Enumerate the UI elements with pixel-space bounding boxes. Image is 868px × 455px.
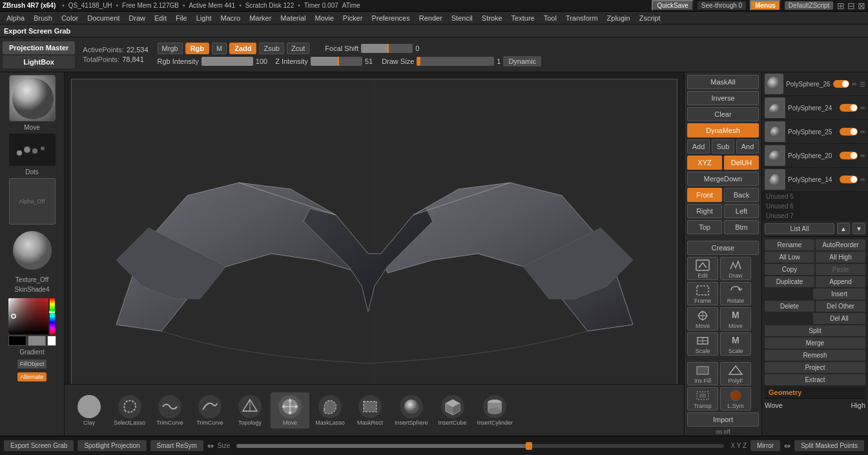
subtool-polysphere25[interactable]: PolySphere_25 ✏ (762, 120, 868, 144)
color-picker-area[interactable] (8, 298, 56, 346)
draw-size-slider[interactable] (417, 57, 494, 66)
btm-button[interactable]: Btm (724, 220, 759, 234)
and-button[interactable]: And (736, 139, 759, 154)
fill-object-button[interactable]: FillObject (17, 359, 47, 369)
m-button[interactable]: M (212, 43, 227, 54)
crease-button[interactable]: Crease (687, 241, 759, 255)
subtool-polysphere26[interactable]: PolySphere_26 ✏ ☰ (762, 72, 868, 96)
menu-zplugin[interactable]: Zplugin (603, 13, 634, 23)
tool-select-lasso[interactable]: SelectLasso (110, 392, 149, 429)
canvas-viewport[interactable] (71, 79, 677, 403)
quicksave-button[interactable]: QuickSave (652, 0, 693, 11)
menu-alpha[interactable]: Alpha (3, 13, 28, 23)
white-swatch[interactable] (47, 336, 56, 346)
smart-resym-button[interactable]: Smart ReSym (150, 440, 203, 451)
paste-button[interactable]: Paste (816, 264, 865, 275)
mirror-button[interactable]: Mirror (750, 440, 780, 451)
add-button[interactable]: Add (687, 139, 710, 154)
inverse-button[interactable]: Inverse (687, 91, 759, 105)
auto-reorder-button[interactable]: AutoReorder (816, 239, 865, 250)
tool-trim-curve2[interactable]: TrimCurve (191, 392, 229, 429)
subtool-toggle-24[interactable] (840, 104, 858, 112)
tool-topology[interactable]: Topology (231, 392, 269, 429)
lightbox-button[interactable]: LightBox (3, 56, 75, 68)
alpha-preview[interactable]: Alpha_Off (9, 178, 56, 225)
left-button[interactable]: Left (724, 204, 759, 218)
tool-clay[interactable]: Clay (70, 392, 108, 429)
delete-button[interactable]: Delete (765, 301, 814, 312)
spotlight-button[interactable]: Spotlight Projection (78, 440, 146, 451)
del-all-button[interactable]: Del All (813, 313, 865, 324)
subtool-toggle-25[interactable] (840, 128, 858, 136)
menu-render[interactable]: Render (415, 13, 446, 23)
import-button[interactable]: Import (687, 412, 759, 427)
dyna-mesh-button[interactable]: DynaMesh (687, 123, 759, 137)
foreground-color[interactable] (8, 336, 26, 346)
poly-f-button[interactable]: PolyF (720, 362, 751, 385)
xyz-button[interactable]: XYZ (687, 156, 722, 170)
canvas-area[interactable]: Clay SelectLasso TrimCurve (65, 72, 684, 436)
focal-shift-slider[interactable] (361, 44, 413, 53)
sub-button[interactable]: Sub (712, 139, 734, 154)
duplicate-button[interactable]: Duplicate (765, 276, 814, 287)
menu-edit[interactable]: Edit (150, 13, 170, 23)
zadd-button[interactable]: Zadd (229, 43, 256, 54)
subtool-polysphere14[interactable]: PolySphere_14 ✏ (762, 168, 868, 192)
all-low-button[interactable]: All Low (765, 252, 814, 263)
menu-texture[interactable]: Texture (508, 13, 539, 23)
arrow-up-button[interactable]: ▲ (837, 223, 850, 234)
menu-stencil[interactable]: Stencil (448, 13, 477, 23)
menu-macro[interactable]: Macro (217, 13, 245, 23)
menu-file[interactable]: File (172, 13, 191, 23)
menu-movie[interactable]: Movie (311, 13, 337, 23)
rename-button[interactable]: Rename (765, 239, 814, 250)
menu-preferences[interactable]: Preferences (367, 13, 413, 23)
menu-material[interactable]: Material (276, 13, 309, 23)
rgb-button[interactable]: Rgb (185, 43, 209, 54)
zsub-button[interactable]: Zsub (259, 43, 284, 54)
dynamic-button[interactable]: Dynamic (503, 56, 541, 66)
project-button[interactable]: Project (765, 362, 865, 373)
background-color[interactable] (28, 336, 46, 346)
tool-insert-cylinder[interactable]: InsertCylinder (473, 392, 517, 429)
mask-all-button[interactable]: MaskAll (687, 75, 759, 89)
menu-brush[interactable]: Brush (30, 13, 56, 23)
front-button[interactable]: Front (687, 188, 722, 202)
extract-button[interactable]: Extract (765, 374, 865, 385)
lsym-preview[interactable]: L.Sym (720, 387, 751, 410)
remesh-button[interactable]: Remesh (765, 350, 865, 361)
zcut-button[interactable]: Zcut (287, 43, 309, 54)
list-all-button[interactable]: List All (765, 223, 834, 234)
menu-zscript[interactable]: Zscript (636, 13, 665, 23)
tool-trim-curve[interactable]: TrimCurve (150, 392, 189, 429)
menu-marker[interactable]: Marker (245, 13, 275, 23)
menu-stroke[interactable]: Stroke (478, 13, 506, 23)
menu-draw[interactable]: Draw (125, 13, 149, 23)
tool-insert-cube[interactable]: InsertCube (433, 392, 472, 429)
tool-move[interactable]: Move (271, 392, 309, 429)
export-screen-grab-button[interactable]: Export Screen Grab (4, 440, 74, 451)
all-high-button[interactable]: All High (816, 252, 865, 263)
subtool-polysphere24[interactable]: PolySphere_24 ✏ (762, 96, 868, 120)
split-button[interactable]: Split (765, 325, 865, 336)
del-other-button[interactable]: Del Other (816, 301, 865, 312)
edit-icon-button[interactable]: Edit (687, 257, 718, 280)
tool-insert-sphere[interactable]: InsertSphere (391, 392, 432, 429)
menu-tool[interactable]: Tool (540, 13, 561, 23)
move-m-button[interactable]: M Move (720, 307, 751, 330)
tool-mask-rect[interactable]: MaskRect (351, 392, 389, 429)
move-icon-button[interactable]: Move (687, 307, 718, 330)
clear-button[interactable]: Clear (687, 107, 759, 121)
right-button[interactable]: Right (687, 204, 722, 218)
scale-icon-button[interactable]: Scale (687, 332, 718, 356)
menu-transform[interactable]: Transform (562, 13, 602, 23)
merge-down-button[interactable]: MergeDown (687, 172, 759, 186)
tool-mask-lasso[interactable]: MaskLasso (311, 392, 349, 429)
brush-dots-preview[interactable] (9, 134, 56, 166)
back-button[interactable]: Back (724, 188, 759, 202)
alternate-button[interactable]: Alternate (17, 372, 46, 381)
subtool-toggle-26[interactable] (833, 80, 849, 88)
mrgb-button[interactable]: Mrgb (158, 43, 183, 54)
frame-icon-button[interactable]: Frame (687, 282, 718, 305)
menus-button[interactable]: Menus (750, 0, 781, 11)
